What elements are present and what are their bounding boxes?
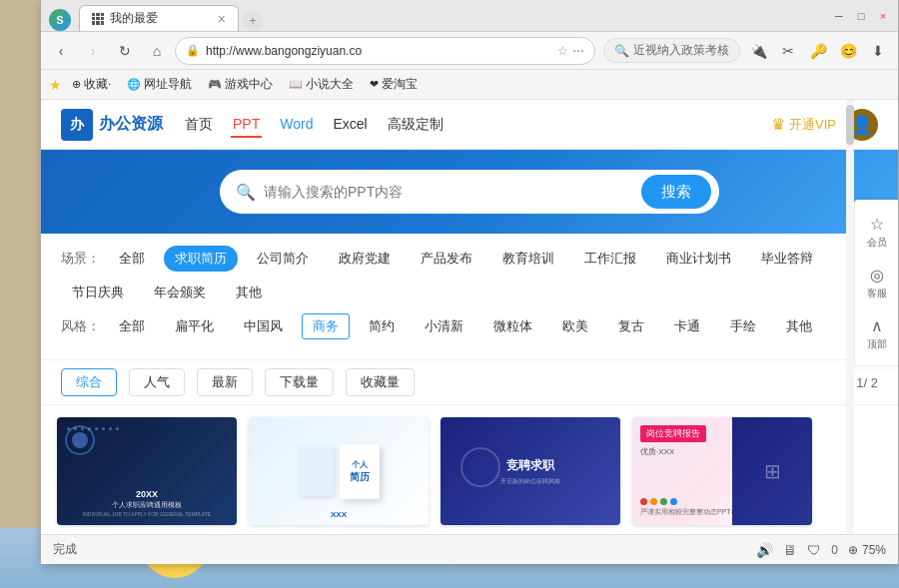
search-bar: 🔍 搜索 [220,170,719,214]
nav-word[interactable]: Word [278,112,315,138]
scene-tag-work[interactable]: 工作汇报 [573,246,647,272]
scene-tag-all[interactable]: 全部 [108,246,156,272]
tab-close-button[interactable]: × [218,11,226,27]
style-tag-western[interactable]: 欧美 [551,313,599,339]
side-service-button[interactable]: ◎ 客服 [855,260,898,306]
status-bar: 完成 🔊 🖥 🛡 0 ⊕ 75% [41,534,898,564]
status-text: 完成 [53,541,77,558]
scene-tag-business[interactable]: 商业计划书 [655,246,742,272]
style-tag-micro[interactable]: 微粒体 [482,313,543,339]
scissors-icon[interactable]: ✂ [774,37,802,65]
nav-ppt[interactable]: PPT [231,112,262,138]
site-nav-links: 首页 PPT Word Excel 高级定制 [183,112,446,138]
monitor-icon[interactable]: 🖥 [783,542,797,558]
card-3-content: 竞聘求职 开启新的岗位应聘风格 [441,417,620,525]
restore-button[interactable]: □ [854,9,868,23]
nav-custom[interactable]: 高级定制 [386,112,446,138]
download-icon[interactable]: ⬇ [864,37,892,65]
refresh-button[interactable]: ↻ [111,37,139,65]
card-1-inner-circle [72,432,88,448]
template-card-3[interactable]: 竞聘求职 开启新的岗位应聘风格 [441,417,620,525]
tab-area: S 我的最爱 × + [49,0,832,31]
scene-tag-annual[interactable]: 年会颁奖 [143,280,217,305]
side-vip-label: 会员 [867,236,887,250]
dot-green [660,498,667,505]
home-button[interactable]: ⌂ [143,37,171,65]
scene-tag-company[interactable]: 公司简介 [246,246,320,272]
bookmark-games[interactable]: 🎮 游戏中心 [202,74,279,95]
search-button[interactable]: 搜索 [641,175,711,209]
bookmark-star-icon: ★ [49,77,62,93]
shield-icon[interactable]: 🛡 [807,542,821,558]
sort-newest[interactable]: 最新 [197,368,253,396]
tab-favicon [92,13,104,25]
style-tag-chinese[interactable]: 中国风 [233,313,294,339]
sort-comprehensive[interactable]: 综合 [61,368,117,396]
address-bar[interactable]: 🔒 http://www.bangongziyuan.co ☆ ⋯ [175,37,595,65]
scene-tag-resume[interactable]: 求职简历 [164,246,238,272]
active-tab[interactable]: 我的最爱 × [79,5,239,31]
style-tag-handdrawn[interactable]: 手绘 [719,313,767,339]
nav-excel[interactable]: Excel [331,112,369,138]
sort-popular[interactable]: 人气 [129,368,185,396]
style-filter-row: 风格： 全部 扁平化 中国风 商务 简约 小清新 微粒体 欧美 复古 卡通 手绘… [61,313,878,339]
filter-section: 场景： 全部 求职简历 公司简介 政府党建 产品发布 教育培训 工作汇报 商业计… [41,234,898,360]
search-input[interactable] [264,184,633,200]
scene-tag-party[interactable]: 政府党建 [328,246,402,272]
card-4-bg-icon: ⊞ [764,459,781,483]
extension-icon[interactable]: 🔌 [744,37,772,65]
template-card-2[interactable]: 个人 简历 XXX [249,417,429,525]
logo-icon: 办 [61,109,93,141]
scene-tag-festival[interactable]: 节日庆典 [61,280,135,305]
service-icon: ◎ [870,266,884,285]
card-2-books: 个人 简历 [299,444,380,499]
star-icon[interactable]: ☆ [557,44,568,58]
sort-downloads[interactable]: 下载量 [265,368,334,396]
crown-icon: ♛ [771,115,785,134]
up-arrow-icon: ∧ [871,316,883,335]
bookmark-favorites[interactable]: ⊕ 收藏· [66,74,117,95]
favorites-icon: ⊕ [72,78,81,91]
star-side-icon: ☆ [870,215,884,234]
style-tag-fresh[interactable]: 小清新 [414,313,474,339]
new-tab-button[interactable]: + [243,11,263,31]
forward-button[interactable]: › [79,37,107,65]
scene-tag-education[interactable]: 教育培训 [491,246,565,272]
card-3-text: 竞聘求职 开启新的岗位应聘风格 [500,457,560,486]
template-card-4[interactable]: 岗位竞聘报告 优质·XXX 严谨实用相较完整整动态PPT模板 ⊞ [632,417,812,525]
zoom-control[interactable]: ⊕ 75% [848,543,886,557]
style-tag-business[interactable]: 商务 [302,313,350,339]
side-vip-button[interactable]: ☆ 会员 [855,209,898,256]
side-top-label: 顶部 [867,337,887,351]
key-icon[interactable]: 🔑 [804,37,832,65]
bookmark-novels[interactable]: 📖 小说大全 [283,74,360,95]
zoom-minus-icon[interactable]: ⊕ [848,543,858,557]
back-button[interactable]: ‹ [47,37,75,65]
style-tag-cartoon[interactable]: 卡通 [663,313,711,339]
bookmark-nav[interactable]: 🌐 网址导航 [121,74,198,95]
dot-orange [650,498,657,505]
style-tag-other[interactable]: 其他 [775,313,823,339]
minimize-button[interactable]: ─ [832,9,846,23]
nav-home[interactable]: 首页 [183,112,215,138]
scene-tag-graduation[interactable]: 毕业答辩 [750,246,824,272]
sort-favorites[interactable]: 收藏量 [346,368,415,396]
speaker-icon[interactable]: 🔊 [756,542,773,558]
vip-button[interactable]: ♛ 开通VIP [771,115,836,134]
bookmark-novels-label: 小说大全 [306,76,354,93]
browser-logo: S [49,9,71,31]
dot-red [640,498,647,505]
bookmark-taobao[interactable]: ❤ 爱淘宝 [364,74,424,95]
close-button[interactable]: × [876,9,890,23]
side-top-button[interactable]: ∧ 顶部 [855,310,898,357]
style-tag-flat[interactable]: 扁平化 [164,313,225,339]
settings-icon[interactable]: ⋯ [572,44,584,58]
style-tag-retro[interactable]: 复古 [607,313,655,339]
scene-tag-product[interactable]: 产品发布 [410,246,483,272]
style-tag-simple[interactable]: 简约 [358,313,406,339]
emoji-icon[interactable]: 😊 [834,37,862,65]
scene-tag-other[interactable]: 其他 [225,280,273,305]
style-tag-all[interactable]: 全部 [108,313,156,339]
scrollbar-thumb[interactable] [846,105,854,145]
template-card-1[interactable]: 20XX 个人求职应聘通用模板 INDIVIDUAL JOB TO APPLY … [57,417,237,525]
